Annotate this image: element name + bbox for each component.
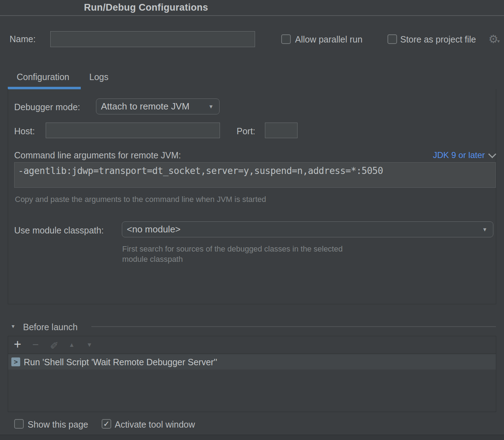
- before-launch-panel: + − ✎ ▲ ▼ > Run 'Shell Script 'Wait Remo…: [8, 336, 496, 412]
- check-icon: ✓: [103, 419, 109, 429]
- tab-logs[interactable]: Logs: [89, 72, 108, 82]
- name-input[interactable]: Remote JVM on LS Debug: [50, 31, 255, 47]
- store-as-project-file-label: Store as project file: [400, 34, 476, 45]
- dialog-title: Run/Debug Configurations: [84, 0, 208, 15]
- add-icon[interactable]: +: [14, 338, 21, 351]
- jdk-version-link-label: JDK 9 or later: [433, 150, 485, 160]
- dialog-bottom-edge: [0, 435, 504, 440]
- dialog-title-bar: Run/Debug Configurations: [0, 0, 504, 16]
- show-this-page-checkbox[interactable]: [14, 419, 24, 429]
- host-input[interactable]: localhost: [46, 123, 220, 138]
- allow-parallel-run-label: Allow parallel run: [295, 34, 362, 45]
- edit-icon[interactable]: ✎: [50, 339, 58, 350]
- before-launch-task-label: Run 'Shell Script 'Wait Remote Debugger …: [24, 357, 217, 367]
- store-as-project-file-checkbox[interactable]: [387, 34, 397, 44]
- gear-caret-icon: ▾: [497, 38, 500, 44]
- debugger-mode-label: Debugger mode:: [14, 102, 80, 112]
- name-label: Name:: [10, 34, 36, 44]
- port-label: Port:: [237, 126, 255, 136]
- show-this-page-label: Show this page: [28, 419, 88, 430]
- remove-icon[interactable]: −: [32, 339, 39, 350]
- activate-tool-window-label: Activate tool window: [115, 419, 195, 430]
- args-hint: Copy and paste the arguments to the comm…: [15, 195, 266, 204]
- module-classpath-select[interactable]: <no module> ▼: [122, 221, 493, 237]
- before-launch-toolbar: + − ✎ ▲ ▼: [8, 336, 496, 354]
- shell-script-run-icon: >: [11, 357, 20, 366]
- move-down-icon[interactable]: ▼: [86, 342, 92, 348]
- dropdown-arrow-icon: ▼: [208, 104, 219, 109]
- module-classpath-value: <no module>: [122, 224, 181, 235]
- dropdown-arrow-icon: ▼: [482, 227, 493, 232]
- host-label: Host:: [14, 126, 35, 136]
- module-classpath-label: Use module classpath:: [14, 225, 104, 236]
- allow-parallel-run-checkbox[interactable]: [281, 34, 291, 44]
- debugger-mode-select[interactable]: Attach to remote JVM ▼: [96, 98, 220, 114]
- move-up-icon[interactable]: ▲: [69, 342, 75, 348]
- args-label: Command line arguments for remote JVM:: [14, 150, 181, 160]
- gear-icon[interactable]: ⚙: [488, 33, 498, 46]
- collapse-arrow-icon[interactable]: ▼: [11, 323, 16, 329]
- port-input[interactable]: 5050: [265, 123, 298, 138]
- activate-tool-window-checkbox[interactable]: ✓: [102, 419, 111, 429]
- debugger-mode-value: Attach to remote JVM: [96, 101, 189, 112]
- run-debug-configurations-dialog: Run/Debug Configurations Name: Remote JV…: [0, 0, 504, 440]
- module-classpath-hint: First search for sources of the debugged…: [122, 244, 356, 264]
- run-chevron-glyph: >: [14, 358, 18, 366]
- before-launch-separator: [91, 326, 496, 327]
- before-launch-task-row[interactable]: > Run 'Shell Script 'Wait Remote Debugge…: [8, 354, 496, 370]
- before-launch-title: Before launch: [23, 322, 78, 332]
- tab-configuration[interactable]: Configuration: [17, 72, 69, 82]
- jdk-version-link[interactable]: JDK 9 or later: [433, 150, 494, 160]
- args-textarea-value: -agentlib:jdwp=transport=dt_socket,serve…: [15, 163, 495, 179]
- args-textarea[interactable]: -agentlib:jdwp=transport=dt_socket,serve…: [14, 162, 496, 188]
